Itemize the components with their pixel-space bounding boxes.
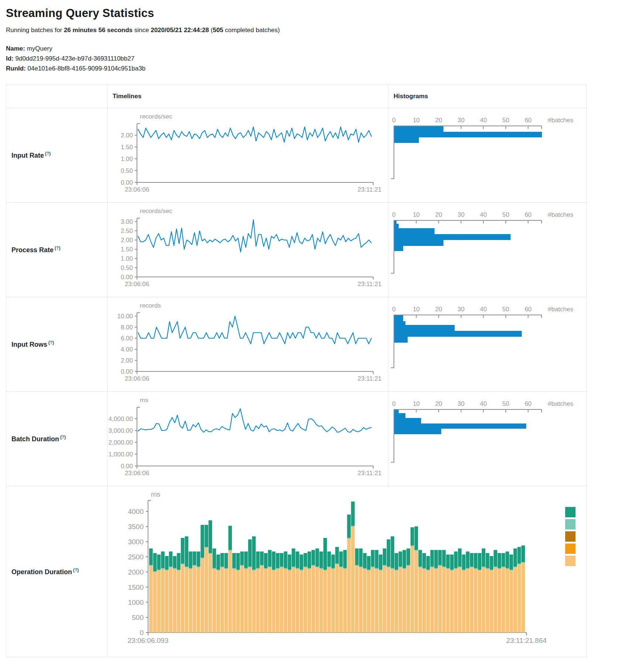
stack-segment-light-teal [296,568,299,569]
stack-segment-light-teal [502,567,505,568]
operation-duration-label: Operation Duration(?) [6,568,107,576]
svg-text:ms: ms [151,490,160,498]
stack-segment-green [335,547,339,563]
stack-segment-light-teal [379,570,382,570]
stack-segment-green [312,550,315,565]
histogram-bar [394,228,435,234]
stack-segment-tan [252,570,256,632]
svg-text:23:11:21: 23:11:21 [358,375,382,382]
histograms-header: Histograms [388,85,587,108]
svg-text:0: 0 [392,211,395,218]
process-rate-label: Process Rate(?) [6,246,107,254]
stack-segment-light-teal [312,565,315,566]
svg-text:0.00: 0.00 [121,368,133,375]
stack-segment-green [430,550,434,567]
svg-text:30: 30 [457,306,464,313]
stack-segment-light-teal [240,565,244,566]
stack-segment-tan [343,569,347,632]
stack-segment-green [498,553,501,568]
stack-segment-green [244,552,248,568]
stack-segment-tan [161,569,165,632]
stack-segment-green [438,550,442,565]
histogram-bar [394,429,441,434]
svg-text:1.50: 1.50 [121,144,133,151]
stacked-bars [149,501,525,632]
stack-segment-tan [494,568,497,632]
stack-segment-green [256,552,260,568]
query-runid-row: RunId: 04e101e6-8bf8-4165-9099-9104c951b… [6,64,625,73]
line-series [138,127,371,143]
stack-segment-tan [486,569,490,632]
stack-segment-green [236,553,240,570]
svg-text:0.50: 0.50 [121,167,133,174]
stack-segment-tan [395,570,398,632]
stack-segment-light-teal [268,567,272,568]
stack-segment-tan [264,569,268,632]
stack-segment-green [363,553,367,568]
svg-text:60: 60 [525,117,532,124]
query-info-block: Name: myQuery Id: 9d0dd219-995d-423e-b97… [6,44,625,73]
operation-duration-help-icon[interactable]: (?) [73,568,79,573]
histogram-bars [394,221,511,251]
stack-segment-green [292,548,295,566]
stack-segment-tan [434,569,438,632]
stack-segment-green [169,552,173,567]
stack-segment-tan [430,568,434,632]
histogram-bar [394,137,419,143]
stack-segment-light-teal [323,570,327,570]
page-title: Streaming Query Statistics [6,7,625,20]
stack-segment-light-teal [161,568,165,569]
svg-text:0.50: 0.50 [121,264,133,271]
stack-segment-light-teal [308,568,311,569]
stack-segment-light-teal [395,570,398,570]
stack-segment-tan [244,569,248,632]
running-duration: 26 minutes 56 seconds [64,27,133,34]
stack-segment-light-teal [319,568,323,569]
histogram-bar [394,410,399,413]
stack-segment-green [248,539,252,567]
stack-segment-light-teal [276,568,279,569]
table-header-row: Timelines Histograms [6,85,587,108]
input-rate-help-icon[interactable]: (?) [45,151,51,156]
svg-text:60: 60 [525,211,532,218]
stack-segment-tan [193,566,196,632]
stack-segment-tan [220,568,224,632]
svg-text:40: 40 [480,400,487,407]
stack-segment-tan [272,570,276,632]
stack-segment-tan [458,568,462,632]
stack-segment-green [521,545,525,562]
stack-segment-light-teal [303,567,307,568]
stack-segment-light-teal [248,567,252,568]
process-rate-help-icon[interactable]: (?) [55,246,60,251]
svg-text:#batches: #batches [548,211,573,218]
stack-segment-tan [509,570,513,632]
stack-segment-green [200,525,204,558]
svg-text:#batches: #batches [548,306,573,313]
stack-segment-light-teal [391,568,394,569]
svg-text:0.00: 0.00 [121,274,133,281]
start-timestamp: 2020/05/21 22:44:28 [151,27,209,34]
batch-duration-help-icon[interactable]: (?) [60,435,66,440]
query-id-value: 9d0dd219-995d-423e-b97d-36931110bb27 [14,55,134,62]
stack-segment-tan [470,568,474,632]
input-rows-help-icon[interactable]: (?) [48,340,54,345]
stack-segment-light-teal [200,558,204,558]
stack-segment-light-teal [157,570,161,570]
stack-segment-green [509,555,513,570]
svg-text:23:06:06: 23:06:06 [125,470,149,477]
stack-segment-tan [502,568,505,632]
stack-segment-tan [383,566,387,632]
stack-segment-green [415,527,418,550]
stack-segment-light-teal [229,550,232,551]
stack-segment-green [355,548,359,565]
histogram-bar [394,418,421,424]
histogram-bar [394,221,396,224]
svg-text:3,000.00: 3,000.00 [109,427,133,434]
stack-segment-light-teal [220,567,224,568]
stack-segment-light-teal [454,568,458,569]
stack-segment-light-teal [462,570,466,570]
svg-text:500: 500 [132,614,144,621]
timeline-axes: ms4,000.003,000.002,000.001,000.000.0023… [109,397,382,477]
stack-segment-tan [521,563,525,632]
histogram-bar [394,132,542,137]
